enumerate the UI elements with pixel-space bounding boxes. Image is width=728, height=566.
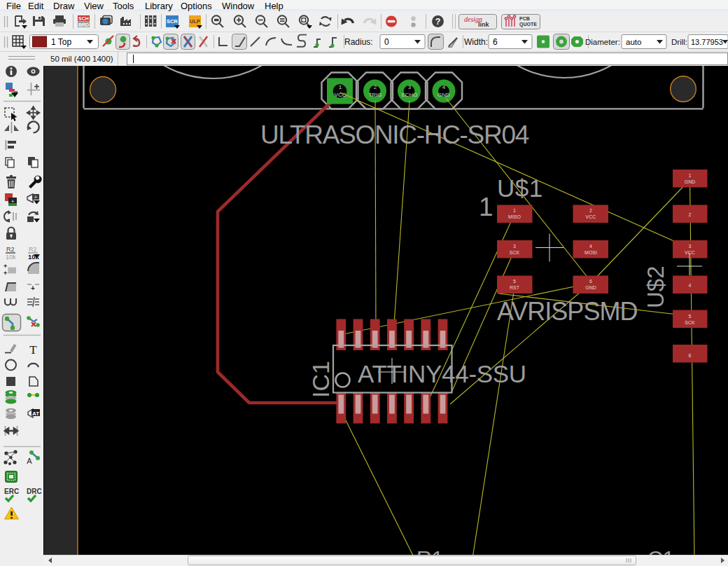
svg-text:4: 4 [442, 84, 446, 90]
svg-text:6: 6 [589, 279, 592, 284]
svg-text:IC1: IC1 [307, 361, 334, 398]
svg-text:Drill:: Drill: [671, 38, 687, 46]
svg-text:GND: GND [438, 92, 450, 98]
svg-text:1: 1 [689, 173, 692, 178]
svg-text:13.77953: 13.77953 [691, 38, 723, 46]
svg-text:RST: RST [510, 285, 520, 290]
svg-text:GND: GND [585, 285, 596, 290]
svg-text:10k: 10k [6, 254, 16, 261]
svg-text:QUOTE: QUOTE [519, 22, 537, 27]
svg-text:U$2: U$2 [643, 265, 668, 308]
svg-text:R2: R2 [29, 246, 37, 253]
svg-text:5: 5 [513, 279, 516, 284]
svg-text:R2: R2 [6, 246, 15, 253]
svg-text:TRIG: TRIG [368, 92, 382, 98]
svg-text:+: + [11, 198, 15, 205]
svg-text:2: 2 [689, 212, 692, 217]
svg-text:SCK: SCK [510, 250, 520, 255]
svg-text:MOSI: MOSI [584, 250, 597, 255]
svg-text:link: link [478, 21, 489, 28]
svg-text:3: 3 [408, 84, 412, 90]
svg-text:BRD: BRD [78, 22, 89, 27]
svg-text:1: 1 [479, 193, 493, 221]
svg-text:Width:: Width: [464, 37, 488, 47]
svg-text:auto: auto [626, 38, 641, 46]
svg-text:3: 3 [689, 244, 692, 249]
svg-text:3: 3 [513, 244, 516, 249]
svg-text:?: ? [435, 17, 441, 27]
svg-text:SCR: SCR [167, 18, 178, 25]
svg-text:SCK: SCK [685, 320, 695, 325]
svg-text:ULTRASONIC-HC-SR04: ULTRASONIC-HC-SR04 [260, 120, 529, 149]
svg-text:5: 5 [689, 314, 692, 319]
svg-text:1 Top: 1 Top [51, 37, 71, 47]
svg-text:ATTINY44-SSU: ATTINY44-SSU [358, 360, 526, 387]
svg-text:T: T [29, 343, 37, 357]
svg-text:ERC: ERC [4, 488, 19, 495]
svg-text:+: + [31, 284, 35, 292]
svg-text:+: + [34, 194, 38, 200]
svg-text:SCH: SCH [78, 16, 89, 21]
svg-text:Radius:: Radius: [344, 37, 373, 47]
svg-text:2: 2 [589, 208, 592, 213]
svg-text:U$1: U$1 [497, 174, 543, 202]
svg-text:0: 0 [384, 37, 389, 47]
svg-text:Diameter:: Diameter: [585, 38, 620, 46]
svg-text:6: 6 [689, 353, 692, 358]
svg-text:2: 2 [374, 84, 377, 90]
svg-text:4: 4 [689, 283, 692, 288]
svg-text:6: 6 [493, 37, 498, 47]
svg-text:ECHO: ECHO [401, 92, 417, 98]
svg-text:AVRISPSMD: AVRISPSMD [497, 297, 637, 326]
svg-text:A: A [27, 457, 32, 465]
svg-text:MISO: MISO [508, 214, 521, 219]
svg-text:4: 4 [589, 244, 592, 249]
svg-text:GND: GND [685, 179, 696, 184]
svg-text:+: + [4, 263, 7, 270]
svg-text:AT: AT [32, 410, 39, 417]
svg-text:+: + [4, 270, 7, 277]
svg-text:VCC: VCC [586, 214, 596, 219]
svg-text:PCB: PCB [519, 16, 530, 21]
svg-text:R1: R1 [416, 546, 443, 555]
svg-text:ULP: ULP [190, 18, 200, 25]
svg-text:C1: C1 [648, 546, 674, 555]
svg-text:DRC: DRC [27, 488, 42, 495]
svg-text:1: 1 [513, 208, 516, 213]
svg-text:1: 1 [339, 84, 342, 90]
